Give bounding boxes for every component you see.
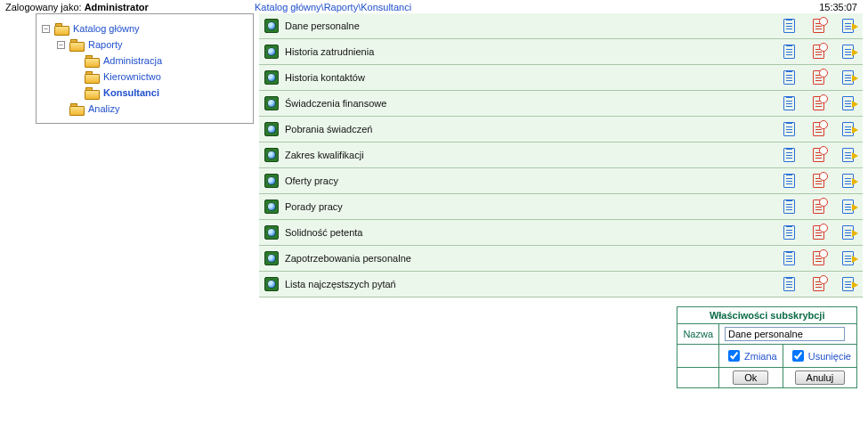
- name-input[interactable]: [725, 327, 845, 341]
- folder-icon: [85, 87, 99, 99]
- report-icon: [264, 225, 279, 240]
- view-icon[interactable]: [783, 251, 795, 265]
- report-row[interactable]: Świadczenia finansowe: [259, 91, 863, 117]
- report-label: Historia kontaktów: [285, 72, 783, 83]
- report-row[interactable]: Historia zatrudnienia: [259, 39, 863, 65]
- report-row[interactable]: Lista najczęstszych pytań: [259, 272, 863, 297]
- report-row[interactable]: Porady pracy: [259, 194, 863, 220]
- logged-in-username: Administrator: [85, 2, 149, 12]
- export-icon[interactable]: [842, 174, 854, 188]
- folder-icon: [85, 55, 99, 67]
- schedule-icon[interactable]: [813, 225, 824, 240]
- schedule-icon[interactable]: [813, 200, 824, 214]
- tree-item-label: Kierownictwo: [103, 71, 161, 82]
- schedule-icon[interactable]: [813, 277, 824, 291]
- report-label: Oferty pracy: [285, 175, 783, 186]
- report-label: Historia zatrudnienia: [285, 46, 783, 57]
- view-icon[interactable]: [783, 277, 795, 291]
- schedule-icon[interactable]: [813, 96, 824, 110]
- tree-item[interactable]: Kierownictwo: [42, 69, 247, 85]
- report-row[interactable]: Pobrania świadczeń: [259, 117, 863, 143]
- view-icon[interactable]: [783, 122, 795, 136]
- tree-item[interactable]: Konsultanci: [42, 85, 247, 101]
- header-bar: Zalogowany jako: Administrator Katalog g…: [0, 0, 868, 13]
- tree-item-label: Administracja: [103, 55, 162, 66]
- report-row[interactable]: Oferty pracy: [259, 168, 863, 194]
- report-icon: [264, 122, 279, 136]
- report-row[interactable]: Solidność petenta: [259, 220, 863, 246]
- export-icon[interactable]: [842, 70, 854, 85]
- tree-item[interactable]: −Raporty: [42, 37, 247, 53]
- row-actions: [783, 70, 857, 85]
- name-label: Nazwa: [677, 324, 719, 345]
- export-icon[interactable]: [842, 251, 854, 265]
- clock: 15:35:07: [791, 2, 863, 12]
- delete-checkbox[interactable]: [792, 350, 804, 362]
- report-icon: [264, 148, 279, 162]
- row-actions: [783, 251, 857, 265]
- view-icon[interactable]: [783, 70, 795, 85]
- tree-item[interactable]: Analizy: [42, 101, 247, 117]
- tree-toggle-icon[interactable]: −: [57, 41, 65, 49]
- view-icon[interactable]: [783, 19, 795, 33]
- report-label: Zapotrzebowania personalne: [285, 253, 783, 264]
- report-label: Zakres kwalifikacji: [285, 150, 783, 160]
- delete-label: Usunięcie: [808, 351, 851, 362]
- schedule-icon[interactable]: [813, 45, 824, 59]
- tree-item-label: Analizy: [88, 103, 119, 114]
- report-row[interactable]: Dane personalne: [259, 13, 863, 39]
- schedule-icon[interactable]: [813, 19, 824, 33]
- folder-icon: [54, 23, 69, 35]
- tree-sidebar: −Katalog główny−RaportyAdministracjaKier…: [36, 13, 254, 124]
- breadcrumb[interactable]: Katalog główny\Raporty\Konsultanci: [255, 2, 791, 12]
- view-icon[interactable]: [783, 200, 795, 214]
- report-row[interactable]: Zakres kwalifikacji: [259, 143, 863, 168]
- row-actions: [783, 19, 857, 33]
- report-row[interactable]: Zapotrzebowania personalne: [259, 246, 863, 272]
- view-icon[interactable]: [783, 96, 795, 110]
- schedule-icon[interactable]: [813, 251, 824, 265]
- export-icon[interactable]: [842, 122, 854, 136]
- tree-item-label: Raporty: [88, 39, 123, 50]
- report-icon: [264, 277, 279, 291]
- report-label: Pobrania świadczeń: [285, 124, 783, 134]
- schedule-icon[interactable]: [813, 148, 824, 162]
- export-icon[interactable]: [842, 200, 854, 214]
- export-icon[interactable]: [842, 225, 854, 240]
- schedule-icon[interactable]: [813, 70, 824, 85]
- report-icon: [264, 251, 279, 265]
- view-icon[interactable]: [783, 174, 795, 188]
- view-icon[interactable]: [783, 225, 795, 240]
- subscription-properties-panel: Właściwości subskrybcji Nazwa Zmiana: [677, 306, 857, 388]
- report-label: Porady pracy: [285, 201, 783, 212]
- export-icon[interactable]: [842, 148, 854, 162]
- change-checkbox[interactable]: [728, 350, 740, 362]
- report-row[interactable]: Historia kontaktów: [259, 65, 863, 91]
- cancel-button[interactable]: Anuluj: [795, 371, 846, 385]
- report-label: Dane personalne: [285, 20, 783, 31]
- tree-item[interactable]: Administracja: [42, 53, 247, 69]
- logged-in-label: Zalogowany jako:: [5, 2, 82, 12]
- export-icon[interactable]: [842, 19, 854, 33]
- schedule-icon[interactable]: [813, 174, 824, 188]
- report-icon: [264, 70, 279, 85]
- export-icon[interactable]: [842, 45, 854, 59]
- ok-button[interactable]: Ok: [733, 371, 768, 385]
- export-icon[interactable]: [842, 277, 854, 291]
- tree-toggle-icon[interactable]: −: [42, 25, 50, 33]
- view-icon[interactable]: [783, 45, 795, 59]
- tree-item[interactable]: −Katalog główny: [42, 20, 247, 37]
- schedule-icon[interactable]: [813, 122, 824, 136]
- change-label: Zmiana: [744, 351, 777, 362]
- report-icon: [264, 19, 279, 33]
- report-icon: [264, 174, 279, 188]
- panel-title: Właściwości subskrybcji: [677, 307, 857, 324]
- row-actions: [783, 225, 857, 240]
- report-label: Solidność petenta: [285, 227, 783, 238]
- row-actions: [783, 174, 857, 188]
- view-icon[interactable]: [783, 148, 795, 162]
- tree-item-label: Katalog główny: [73, 23, 140, 34]
- report-label: Lista najczęstszych pytań: [285, 279, 783, 289]
- export-icon[interactable]: [842, 96, 854, 110]
- folder-icon: [69, 103, 84, 115]
